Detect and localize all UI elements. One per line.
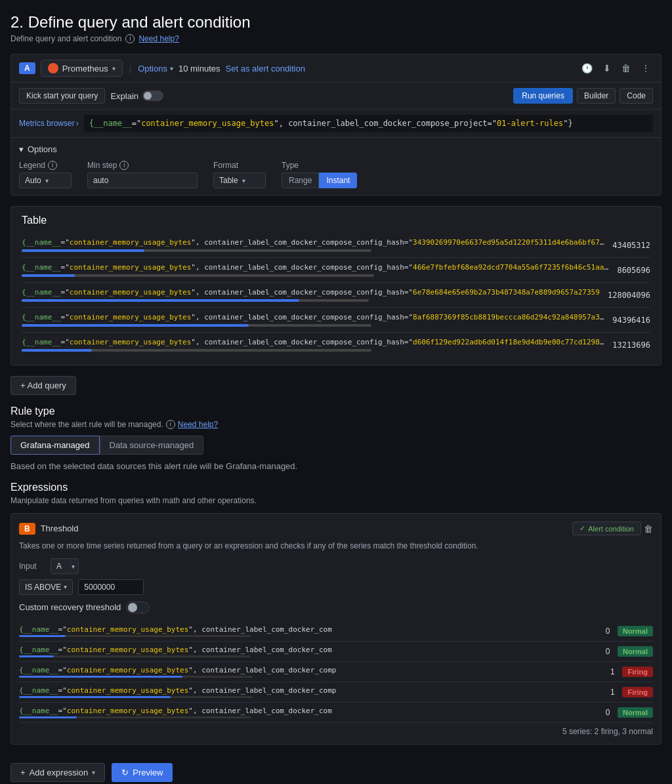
options-toggle[interactable]: ▾ Options — [19, 144, 653, 154]
download-icon[interactable]: ⬇ — [600, 62, 614, 75]
alert-condition-button[interactable]: ✓ Alert condition — [572, 522, 641, 535]
alert-condition-badge: ✓ Alert condition 🗑 — [572, 522, 653, 535]
expr-result-row: {__name__="container_memory_usage_bytes"… — [19, 682, 653, 703]
delete-expression-icon[interactable]: 🗑 — [644, 524, 653, 534]
options-button[interactable]: Options ▾ — [138, 64, 173, 73]
min-step-field: Min step i — [87, 161, 198, 188]
status-badge: Firing — [622, 687, 653, 697]
legend-info-icon: i — [48, 161, 57, 170]
refresh-icon: ↻ — [121, 768, 129, 777]
table-row: {__name__="container_memory_usage_bytes"… — [22, 333, 650, 357]
rule-type-info-text: Based on the selected data sources this … — [10, 461, 662, 471]
rule-type-subtitle: Select where the alert rule will be mana… — [10, 420, 662, 429]
table-title: Table — [22, 215, 650, 226]
query-panel: A Prometheus ▾ | Options ▾ 10 minutes Se… — [10, 54, 662, 196]
options-grid: Legend i Auto ▾ Min step i — [19, 161, 653, 188]
add-expression-chevron-icon: ▾ — [92, 769, 95, 776]
add-query-button[interactable]: + Add query — [10, 376, 76, 395]
need-help-link[interactable]: Need help? — [138, 34, 178, 43]
rule-type-help-link[interactable]: Need help? — [178, 420, 218, 429]
expression-card: B Threshold ✓ Alert condition 🗑 Takes on… — [10, 513, 662, 745]
explain-toggle[interactable] — [142, 91, 163, 101]
format-chevron-icon: ▾ — [242, 177, 245, 184]
chevron-right-icon: › — [76, 119, 79, 128]
expressions-section: Expressions Manipulate data returned fro… — [10, 482, 662, 745]
status-badge: Firing — [622, 667, 653, 677]
minstep-info-icon: i — [119, 161, 129, 170]
query-toolbar: Kick start your query Explain Run querie… — [11, 83, 661, 110]
legend-chevron-icon: ▾ — [45, 177, 49, 184]
chevron-down-icon: ▾ — [112, 65, 116, 72]
expr-label: B — [19, 523, 35, 535]
expr-type: Threshold — [41, 524, 79, 533]
grafana-managed-button[interactable]: Grafana-managed — [10, 436, 100, 455]
table-row: {__name__="container_memory_usage_bytes"… — [22, 283, 650, 308]
condition-chevron-icon: ▾ — [64, 583, 67, 590]
legend-select[interactable]: Auto ▾ — [19, 173, 72, 188]
input-row: Input A — [19, 558, 653, 574]
custom-recovery-row: Custom recovery threshold — [19, 602, 653, 613]
options-chevron-icon: ▾ — [170, 65, 173, 72]
series-summary: 5 series: 2 firing, 3 normal — [19, 723, 653, 736]
status-badge: Normal — [618, 707, 653, 718]
kick-start-button[interactable]: Kick start your query — [19, 88, 105, 104]
set-alert-condition-link[interactable]: Set as alert condition — [226, 64, 305, 73]
chevron-down-options-icon: ▾ — [19, 144, 24, 154]
preview-button[interactable]: ↻ Preview — [112, 763, 173, 782]
status-badge: Normal — [618, 646, 653, 657]
query-label: A — [19, 62, 35, 74]
result-value: 1 — [608, 667, 617, 676]
rule-type-title: Rule type — [10, 405, 662, 417]
run-queries-button[interactable]: Run queries — [513, 88, 573, 104]
table-row: {__name__="container_memory_usage_bytes"… — [22, 258, 650, 283]
input-select[interactable]: A — [51, 558, 79, 574]
expr-result-row: {__name__="container_memory_usage_bytes"… — [19, 621, 653, 642]
type-field: Type Range Instant — [282, 161, 357, 188]
format-field: Format Table ▾ — [213, 161, 266, 188]
custom-recovery-label: Custom recovery threshold — [19, 602, 121, 612]
rule-type-info-icon: i — [166, 420, 175, 429]
page-subtitle: Define query and alert condition i Need … — [10, 34, 662, 43]
expr-header: B Threshold ✓ Alert condition 🗑 — [19, 522, 653, 535]
plus-icon: + — [20, 768, 26, 777]
prometheus-icon — [48, 63, 58, 73]
condition-row: IS ABOVE ▾ — [19, 579, 653, 595]
status-badge: Normal — [618, 626, 653, 636]
explain-toggle-wrap: Explain — [110, 91, 163, 101]
add-expression-button[interactable]: + Add expression ▾ — [10, 763, 105, 782]
legend-field: Legend i Auto ▾ — [19, 161, 72, 188]
custom-recovery-toggle[interactable] — [126, 602, 150, 613]
expr-result-row: {__name__="container_memory_usage_bytes"… — [19, 642, 653, 662]
code-button[interactable]: Code — [620, 88, 653, 104]
result-value: 0 — [603, 708, 612, 717]
metrics-browser-link[interactable]: Metrics browser › — [19, 119, 79, 128]
rule-type-buttons: Grafana-managed Data source-managed — [10, 436, 662, 455]
more-icon[interactable]: ⋮ — [639, 62, 653, 75]
page-title: 2. Define query and alert condition — [10, 13, 662, 31]
instant-button[interactable]: Instant — [319, 173, 357, 188]
history-icon[interactable]: 🕐 — [579, 62, 595, 75]
threshold-input[interactable] — [78, 579, 144, 595]
result-value: 0 — [603, 627, 612, 636]
query-input-row: Metrics browser › {__name__="container_m… — [11, 110, 661, 138]
range-button[interactable]: Range — [282, 173, 319, 188]
table-row: {__name__="container_memory_usage_bytes"… — [22, 233, 650, 258]
table-row: {__name__="container_memory_usage_bytes"… — [22, 308, 650, 333]
min-step-input[interactable] — [87, 173, 198, 188]
datasource-managed-button[interactable]: Data source-managed — [100, 436, 204, 455]
expr-result-row: {__name__="container_memory_usage_bytes"… — [19, 703, 653, 723]
format-select[interactable]: Table ▾ — [213, 173, 266, 188]
time-range-badge: 10 minutes — [178, 64, 220, 73]
bottom-toolbar: + Add expression ▾ ↻ Preview — [10, 753, 662, 782]
builder-button[interactable]: Builder — [577, 88, 616, 104]
delete-icon[interactable]: 🗑 — [619, 62, 633, 75]
table-section: Table {__name__="container_memory_usage_… — [10, 206, 662, 365]
result-value: 1 — [608, 688, 617, 697]
query-expression[interactable]: {__name__="container_memory_usage_bytes"… — [84, 115, 653, 132]
result-value: 0 — [603, 647, 612, 656]
expr-description: Takes one or more time series returned f… — [19, 541, 653, 552]
datasource-select[interactable]: Prometheus ▾ — [41, 60, 123, 77]
condition-select[interactable]: IS ABOVE ▾ — [19, 579, 73, 595]
expressions-title: Expressions — [10, 482, 662, 493]
info-icon: i — [125, 34, 135, 43]
